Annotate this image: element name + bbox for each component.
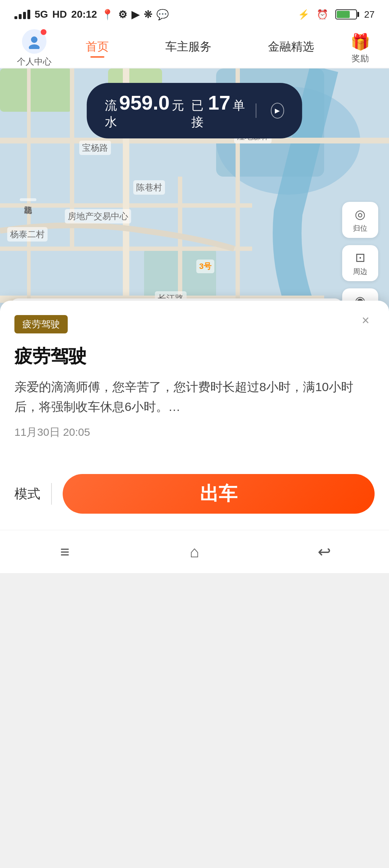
time: 20:12 (71, 9, 97, 20)
orders-text: 已接 17 单 (191, 91, 245, 130)
chat-icon: 💬 (156, 9, 169, 21)
bottom-nav: ≡ ⌂ ↩ (0, 530, 389, 573)
svg-rect-3 (0, 68, 72, 112)
bluetooth-icon: ⚡ (298, 9, 309, 20)
profile-avatar[interactable] (22, 29, 46, 54)
orders-value: 17 (208, 91, 230, 114)
profile-label: 个人中心 (17, 56, 52, 67)
battery-percent: 27 (364, 9, 375, 20)
stats-bar: 流水 959.0 元 已接 17 单 ▶ (87, 83, 302, 138)
gift-icon: 🎁 (350, 32, 370, 51)
hd-badge: HD (52, 9, 67, 20)
network-type: 5G (35, 9, 48, 20)
menu-icon: ≡ (60, 543, 70, 561)
map-label-chenjun: 陈巷村 (133, 180, 165, 195)
mode-label: 模式 (14, 485, 40, 503)
stats-divider (256, 103, 256, 118)
menu-btn[interactable]: ≡ (47, 539, 83, 564)
status-left: 5G HD 20:12 📍 ⚙ ▶ ❊ 💬 (14, 9, 169, 21)
profile-section[interactable]: 个人中心 (11, 29, 58, 67)
tab-home[interactable]: 首页 (86, 39, 109, 58)
tab-owner-service[interactable]: 车主服务 (165, 39, 211, 58)
battery-indicator (335, 9, 357, 19)
orders-unit: 单 (233, 97, 245, 114)
flow-label-text: 流水 959.0 元 (105, 91, 184, 130)
signal-icon (14, 10, 30, 19)
reward-section[interactable]: 🎁 奖励 (342, 32, 378, 64)
tab-finance[interactable]: 金融精选 (268, 39, 314, 58)
nav-tabs: 首页 车主服务 金融精选 (58, 39, 342, 58)
settings-icon: ⚙ (118, 9, 127, 21)
flow-value: 959.0 (119, 91, 170, 114)
nearby-btn[interactable]: ⊡ 周边 (342, 245, 378, 281)
locate-label: 归位 (353, 223, 367, 233)
svg-point-0 (31, 36, 37, 43)
battery-fill (337, 11, 350, 18)
fatigue-body: 亲爱的滴滴师傅，您辛苦了，您计费时长超过8小时，满10小时后，将强制收车休息6小… (14, 377, 375, 416)
svg-point-1 (29, 44, 40, 49)
stats-play-btn[interactable]: ▶ (270, 103, 284, 119)
profile-notification-dot (41, 29, 46, 35)
home-btn[interactable]: ⌂ (176, 539, 213, 564)
fatigue-close-btn[interactable]: × (357, 311, 375, 329)
locate-btn[interactable]: ◎ 归位 (342, 202, 378, 238)
action-divider (51, 483, 52, 505)
fatigue-title: 疲劳驾驶 (14, 344, 375, 368)
map-label-baoyang: 宝杨路 (79, 141, 111, 155)
media-icon: ▶ (131, 9, 139, 21)
fatigue-card: 疲劳驾驶 × 疲劳驾驶 亲爱的滴滴师傅，您辛苦了，您计费时长超过8小时，满10小… (0, 301, 389, 458)
bottom-action: 模式 出车 (0, 458, 389, 530)
map-area[interactable]: 陈巷村 杨泰二村 长江路 长江西路 淞南七村 万达广场 美岸栖庭 吴淞炮台湿地森… (0, 68, 389, 458)
home-icon: ⌂ (190, 543, 200, 561)
depart-button[interactable]: 出车 (63, 474, 375, 514)
map-label-jiangyang: 江杨北路 (20, 198, 36, 201)
map-label-jifaren: 房地产交易中心 (65, 209, 131, 223)
alarm-icon: ⏰ (317, 9, 328, 20)
locate-icon: ◎ (355, 207, 366, 221)
map-label-yangtai: 杨泰二村 (7, 227, 48, 242)
orders-prefix: 已接 (191, 97, 206, 130)
wifi-icon: ❊ (144, 9, 152, 21)
back-icon: ↩ (318, 542, 331, 561)
back-btn[interactable]: ↩ (306, 539, 342, 564)
status-bar: 5G HD 20:12 📍 ⚙ ▶ ❊ 💬 ⚡ ⏰ 27 (0, 0, 389, 29)
fatigue-time: 11月30日 20:05 (14, 425, 375, 440)
nearby-icon: ⊡ (355, 250, 365, 265)
flow-unit: 元 (172, 97, 184, 114)
fatigue-tag: 疲劳驾驶 (14, 315, 68, 333)
nearby-label: 周边 (353, 267, 367, 276)
status-right: ⚡ ⏰ 27 (298, 9, 375, 20)
flow-prefix: 流水 (105, 97, 117, 130)
map-label-3hao: 3号 (196, 260, 214, 273)
reward-label: 奖励 (352, 53, 369, 64)
top-nav: 个人中心 首页 车主服务 金融精选 🎁 奖励 (0, 29, 389, 68)
location-icon: 📍 (101, 9, 114, 21)
